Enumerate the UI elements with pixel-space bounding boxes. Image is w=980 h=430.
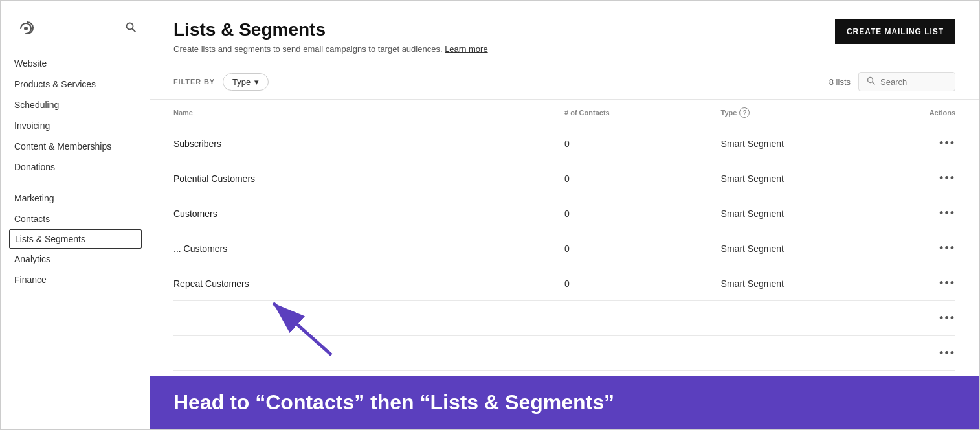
sidebar-item-products-services[interactable]: Products & Services xyxy=(1,74,150,95)
svg-line-3 xyxy=(133,29,136,32)
table-wrapper: Name # of Contacts Type ? Action xyxy=(150,100,979,429)
table-body: Subscribers 0 Smart Segment ••• Potentia… xyxy=(173,126,955,371)
page-title: Lists & Segments xyxy=(173,19,835,40)
actions-menu-button[interactable]: ••• xyxy=(939,277,955,289)
table-row: Potential Customers 0 Smart Segment ••• xyxy=(173,161,955,196)
actions-menu-button[interactable]: ••• xyxy=(939,172,955,185)
title-area: Lists & Segments Create lists and segmen… xyxy=(173,19,835,54)
filter-left: FILTER BY Type ▾ xyxy=(173,73,269,91)
cell-type: Smart Segment xyxy=(721,161,878,196)
annotation-overlay: Head to “Contacts” then “Lists & Segment… xyxy=(150,376,979,429)
row-name-link[interactable]: Repeat Customers xyxy=(173,278,249,289)
type-filter-dropdown[interactable]: Type ▾ xyxy=(223,73,269,91)
list-count-label: 8 lists xyxy=(829,77,851,87)
cell-type xyxy=(721,336,878,371)
sidebar-item-content-memberships[interactable]: Content & Memberships xyxy=(1,136,150,157)
sidebar: Website Products & Services Scheduling I… xyxy=(1,1,150,429)
svg-line-5 xyxy=(873,82,875,85)
sidebar-item-donations[interactable]: Donations xyxy=(1,157,150,177)
row-name-link[interactable]: Customers xyxy=(173,209,217,219)
cell-name: Potential Customers xyxy=(173,161,564,196)
sidebar-item-marketing[interactable]: Marketing xyxy=(1,188,150,209)
cell-name: Subscribers xyxy=(173,126,564,161)
sidebar-navigation: Website Products & Services Scheduling I… xyxy=(1,53,150,290)
cell-actions: ••• xyxy=(877,196,955,231)
annotation-text: Head to “Contacts” then “Lists & Segment… xyxy=(173,390,614,414)
cell-name xyxy=(173,301,564,336)
cell-type: Smart Segment xyxy=(721,196,878,231)
th-actions: Actions xyxy=(877,100,955,126)
table-row: ••• xyxy=(173,301,955,336)
cell-actions: ••• xyxy=(877,301,955,336)
cell-actions: ••• xyxy=(877,266,955,301)
cell-contacts: 0 xyxy=(564,266,721,301)
actions-menu-button[interactable]: ••• xyxy=(939,346,955,359)
cell-contacts: 0 xyxy=(564,231,721,266)
cell-name: ... Customers xyxy=(173,231,564,266)
cell-type xyxy=(721,301,878,336)
cell-type: Smart Segment xyxy=(721,231,878,266)
cell-contacts xyxy=(564,336,721,371)
page-subtitle: Create lists and segments to send email … xyxy=(173,44,835,54)
cell-contacts: 0 xyxy=(564,126,721,161)
cell-name xyxy=(173,336,564,371)
cell-actions: ••• xyxy=(877,126,955,161)
row-name-link[interactable]: Subscribers xyxy=(173,139,221,149)
cell-actions: ••• xyxy=(877,231,955,266)
svg-point-1 xyxy=(24,27,28,30)
table-row: ••• xyxy=(173,336,955,371)
th-name: Name xyxy=(173,100,564,126)
search-box[interactable] xyxy=(858,72,955,91)
squarespace-logo-icon xyxy=(14,17,38,40)
sidebar-item-invoicing[interactable]: Invoicing xyxy=(1,115,150,136)
table-header-row: Name # of Contacts Type ? Action xyxy=(173,100,955,126)
actions-menu-button[interactable]: ••• xyxy=(939,137,955,150)
sidebar-item-lists-segments[interactable]: Lists & Segments xyxy=(9,229,142,249)
learn-more-link[interactable]: Learn more xyxy=(445,44,487,54)
th-type: Type ? xyxy=(721,100,878,126)
filter-by-label: FILTER BY xyxy=(173,78,215,85)
sidebar-item-website[interactable]: Website xyxy=(1,53,150,74)
chevron-down-icon: ▾ xyxy=(254,77,259,87)
main-content: Lists & Segments Create lists and segmen… xyxy=(150,1,979,429)
cell-contacts: 0 xyxy=(564,161,721,196)
sidebar-item-contacts[interactable]: Contacts xyxy=(1,209,150,229)
filter-bar: FILTER BY Type ▾ 8 lists xyxy=(150,64,979,100)
table-row: ... Customers 0 Smart Segment ••• xyxy=(173,231,955,266)
table-row: Subscribers 0 Smart Segment ••• xyxy=(173,126,955,161)
cell-actions: ••• xyxy=(877,336,955,371)
search-input[interactable] xyxy=(880,77,945,87)
table-row: Customers 0 Smart Segment ••• xyxy=(173,196,955,231)
create-mailing-list-button[interactable]: CREATE MAILING LIST xyxy=(835,19,955,44)
sidebar-item-scheduling[interactable]: Scheduling xyxy=(1,95,150,115)
cell-contacts xyxy=(564,301,721,336)
cell-contacts: 0 xyxy=(564,196,721,231)
cell-actions: ••• xyxy=(877,161,955,196)
filter-right: 8 lists xyxy=(829,72,955,91)
cell-name: Customers xyxy=(173,196,564,231)
sidebar-item-finance[interactable]: Finance xyxy=(1,269,150,290)
sidebar-item-analytics[interactable]: Analytics xyxy=(1,249,150,269)
row-name-link[interactable]: ... Customers xyxy=(173,243,227,254)
th-contacts: # of Contacts xyxy=(564,100,721,126)
table-row: Repeat Customers 0 Smart Segment ••• xyxy=(173,266,955,301)
sidebar-search-icon[interactable] xyxy=(125,21,137,36)
main-header: Lists & Segments Create lists and segmen… xyxy=(150,1,979,64)
actions-menu-button[interactable]: ••• xyxy=(939,311,955,324)
actions-menu-button[interactable]: ••• xyxy=(939,207,955,220)
type-info-icon[interactable]: ? xyxy=(739,107,750,118)
sidebar-header xyxy=(1,12,150,53)
row-name-link[interactable]: Potential Customers xyxy=(173,174,255,184)
actions-menu-button[interactable]: ••• xyxy=(939,242,955,255)
cell-type: Smart Segment xyxy=(721,126,878,161)
cell-name: Repeat Customers xyxy=(173,266,564,301)
lists-table: Name # of Contacts Type ? Action xyxy=(173,100,955,371)
search-icon xyxy=(867,76,875,87)
cell-type: Smart Segment xyxy=(721,266,878,301)
